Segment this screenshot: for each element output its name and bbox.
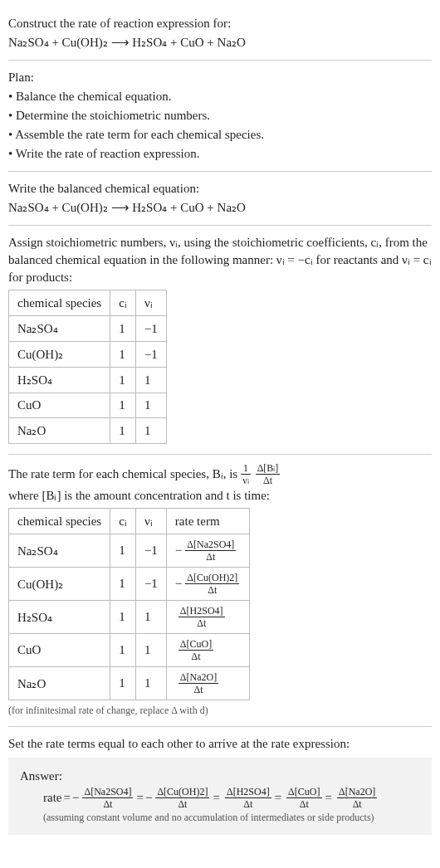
rate-frac: Δ[Cu(OH)2] Δt: [185, 573, 239, 595]
frac-den: Δt: [286, 798, 321, 809]
plan-item: • Balance the chemical equation.: [8, 88, 432, 105]
table-row: H₂SO₄ 1 1: [9, 368, 167, 393]
frac-den: Δt: [178, 684, 218, 695]
v-cell: 1: [135, 368, 166, 393]
frac-num: Δ[Cu(OH)2]: [155, 787, 209, 798]
frac-num: Δ[H2SO4]: [225, 787, 271, 798]
rateterm-frac1: 1 νᵢ: [241, 463, 250, 485]
rate-cell: − Δ[Na2SO4] Δt: [166, 534, 250, 568]
rateterm-frac2: Δ[Bᵢ] Δt: [256, 463, 281, 485]
v-cell: 1: [135, 601, 166, 634]
balanced-label: Write the balanced chemical equation:: [8, 180, 432, 197]
frac-num: Δ[Cu(OH)2]: [185, 573, 239, 584]
rate-frac: Δ[Na2SO4] Δt: [82, 787, 133, 809]
table-row: CuO 1 1: [9, 393, 167, 418]
rateterm-table: chemical species cᵢ νᵢ rate term Na₂SO₄ …: [8, 508, 250, 700]
table-header-row: chemical species cᵢ νᵢ rate term: [9, 509, 250, 534]
prompt-title: Construct the rate of reaction expressio…: [8, 15, 432, 32]
stoich-section: Assign stoichiometric numbers, νᵢ, using…: [8, 226, 432, 455]
col-header: νᵢ: [135, 290, 166, 316]
c-cell: 1: [110, 534, 136, 568]
sign: −: [72, 789, 79, 807]
prompt-section: Construct the rate of reaction expressio…: [8, 7, 432, 61]
v-cell: −1: [135, 342, 166, 368]
species-cell: Cu(OH)₂: [9, 342, 110, 368]
plan-label: Plan:: [8, 69, 432, 86]
col-header: cᵢ: [110, 509, 136, 534]
species-cell: H₂SO₄: [9, 368, 110, 393]
frac-den: Δt: [178, 617, 225, 628]
rate-frac: Δ[H2SO4] Δt: [178, 606, 225, 628]
col-header: cᵢ: [110, 290, 136, 316]
frac-den: Δt: [185, 584, 239, 595]
rate-frac: Δ[Cu(OH)2] Δt: [155, 787, 209, 809]
table-header-row: chemical species cᵢ νᵢ: [9, 290, 167, 316]
v-cell: −1: [135, 568, 166, 601]
c-cell: 1: [110, 568, 136, 601]
frac-den: Δt: [256, 475, 281, 485]
v-cell: 1: [135, 634, 166, 667]
equals: =: [136, 789, 143, 807]
rateterm-note: (for infinitesimal rate of change, repla…: [8, 704, 432, 718]
species-cell: CuO: [9, 393, 110, 418]
rateterm-intro-post: where [Bᵢ] is the amount concentration a…: [8, 487, 270, 505]
frac-num: Δ[CuO]: [286, 787, 321, 798]
plan-section: Plan: • Balance the chemical equation. •…: [8, 61, 432, 172]
frac-num: Δ[Na2O]: [178, 672, 218, 684]
species-cell: Na₂O: [9, 418, 110, 444]
rate-frac: Δ[Na2SO4] Δt: [185, 539, 236, 562]
c-cell: 1: [110, 418, 136, 444]
c-cell: 1: [110, 368, 136, 393]
species-cell: Na₂SO₄: [9, 316, 110, 342]
plan-item: • Assemble the rate term for each chemic…: [8, 126, 432, 144]
equals: =: [63, 789, 70, 807]
table-row: Na₂O 1 1 Δ[Na2O] Δt: [9, 667, 250, 700]
frac-num: Δ[Na2O]: [337, 787, 377, 798]
v-cell: −1: [135, 534, 166, 568]
frac-den: νᵢ: [241, 475, 250, 485]
balanced-equation: Na₂SO₄ + Cu(OH)₂ ⟶ H₂SO₄ + CuO + Na₂O: [8, 199, 432, 217]
c-cell: 1: [110, 667, 136, 700]
frac-den: Δt: [185, 551, 236, 562]
answer-note: (assuming constant volume and no accumul…: [20, 811, 420, 825]
stoich-table: chemical species cᵢ νᵢ Na₂SO₄ 1 −1 Cu(OH…: [8, 290, 167, 444]
rate-frac: Δ[Na2O] Δt: [178, 672, 218, 695]
v-cell: −1: [135, 316, 166, 342]
rate-cell: Δ[Na2O] Δt: [166, 667, 250, 700]
frac-den: Δt: [225, 798, 271, 809]
species-cell: Na₂SO₄: [9, 534, 110, 568]
c-cell: 1: [110, 393, 136, 418]
frac-den: Δt: [82, 798, 133, 809]
table-row: Na₂SO₄ 1 −1 − Δ[Na2SO4] Δt: [9, 534, 250, 568]
table-row: H₂SO₄ 1 1 Δ[H2SO4] Δt: [9, 601, 250, 634]
rate-frac: Δ[CuO] Δt: [178, 639, 213, 661]
col-header: chemical species: [9, 290, 110, 316]
rate-cell: Δ[CuO] Δt: [166, 634, 250, 667]
final-label: Set the rate terms equal to each other t…: [8, 735, 432, 753]
final-section: Set the rate terms equal to each other t…: [8, 727, 432, 841]
rateterm-intro-pre: The rate term for each chemical species,…: [8, 466, 237, 483]
plan-item: • Determine the stoichiometric numbers.: [8, 107, 432, 124]
v-cell: 1: [135, 667, 166, 700]
rate-frac: Δ[Na2O] Δt: [337, 787, 377, 809]
c-cell: 1: [110, 342, 136, 368]
balanced-section: Write the balanced chemical equation: Na…: [8, 172, 432, 226]
species-cell: Na₂O: [9, 667, 110, 700]
c-cell: 1: [110, 601, 136, 634]
equals: =: [275, 789, 281, 807]
equals: =: [213, 789, 219, 807]
table-row: Cu(OH)₂ 1 −1 − Δ[Cu(OH)2] Δt: [9, 568, 250, 601]
frac-num: Δ[H2SO4]: [178, 606, 225, 617]
c-cell: 1: [110, 634, 136, 667]
col-header: rate term: [166, 509, 250, 534]
table-row: Cu(OH)₂ 1 −1: [9, 342, 167, 368]
frac-num: Δ[Na2SO4]: [185, 539, 236, 551]
prompt-equation: Na₂SO₄ + Cu(OH)₂ ⟶ H₂SO₄ + CuO + Na₂O: [8, 34, 432, 51]
sign: −: [175, 544, 182, 558]
v-cell: 1: [135, 418, 166, 444]
sign: −: [145, 789, 152, 807]
frac-num: Δ[Bᵢ]: [256, 463, 281, 475]
stoich-intro: Assign stoichiometric numbers, νᵢ, using…: [8, 234, 432, 286]
sign: −: [175, 577, 182, 591]
species-cell: CuO: [9, 634, 110, 667]
